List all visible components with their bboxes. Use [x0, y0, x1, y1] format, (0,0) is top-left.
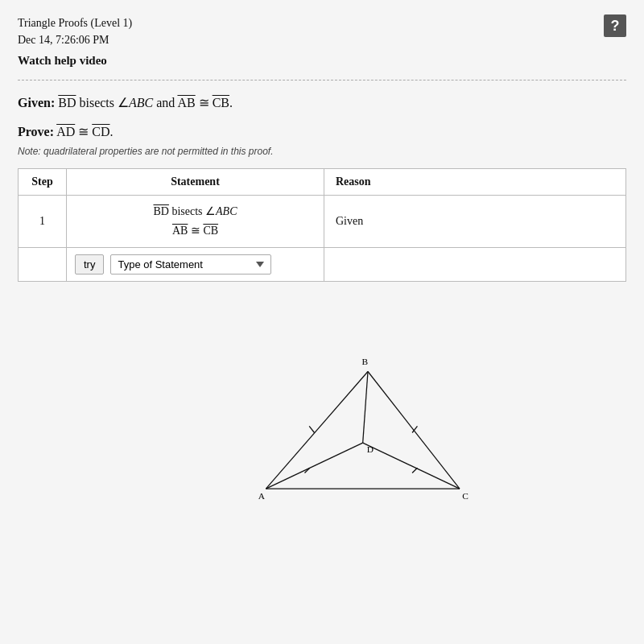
ab-overline: AB [177, 96, 195, 109]
ad-overline: AD [56, 125, 75, 138]
statement-1: BD bisects ∠ABC AB ≅ CB [67, 196, 324, 248]
help-icon-button[interactable]: ? [604, 14, 626, 37]
section-divider [18, 80, 626, 80]
tick-dc-1 [412, 468, 417, 473]
reason-1: Given [324, 196, 626, 248]
line-dc [363, 443, 460, 489]
col-header-step: Step [19, 169, 67, 196]
prove-label: Prove: AD ≅ CD. [18, 125, 113, 138]
try-area: try Type of Statement [75, 254, 316, 275]
note-section: Note: quadrilateral properties are not p… [18, 146, 626, 157]
datetime: Dec 14, 7:26:06 PM [18, 31, 132, 48]
try-button[interactable]: try [75, 254, 104, 275]
bd-overline: BD [58, 96, 76, 109]
watch-help-link[interactable]: Watch help video [18, 52, 132, 70]
step-1: 1 [19, 196, 67, 248]
proof-table: Step Statement Reason 1 BD bisects ∠ABC … [18, 168, 626, 282]
cb-stmt-overline: CB [203, 225, 218, 237]
try-reason-cell [324, 247, 626, 281]
prove-section: Prove: AD ≅ CD. [18, 124, 626, 139]
col-header-statement: Statement [67, 169, 324, 196]
cd-overline: CD [92, 125, 109, 138]
page-title: Triangle Proofs (Level 1) [18, 14, 132, 31]
try-statement-cell: try Type of Statement [67, 247, 324, 281]
triangle-diagram: B A C D [169, 296, 475, 554]
try-step-cell [19, 247, 67, 281]
cb-overline: CB [213, 96, 229, 109]
given-label: Given: BD bisects ∠ABC and AB ≅ CB. [18, 96, 233, 109]
diagram-area: B A C D [18, 296, 626, 554]
try-row: try Type of Statement [19, 247, 626, 281]
line-da [266, 443, 362, 489]
type-of-statement-dropdown[interactable]: Type of Statement [110, 254, 271, 275]
bd-stmt-overline: BD [153, 205, 168, 217]
label-b: B [361, 357, 368, 366]
line-bd [363, 371, 368, 443]
label-a: A [258, 491, 266, 501]
table-row: 1 BD bisects ∠ABC AB ≅ CB Given [19, 196, 626, 248]
ab-stmt-overline: AB [172, 225, 188, 237]
label-c: C [462, 491, 469, 501]
header-info: Triangle Proofs (Level 1) Dec 14, 7:26:0… [18, 14, 132, 70]
label-d: D [367, 444, 374, 453]
line-ab [266, 371, 368, 489]
tick-ab-1 [309, 426, 314, 432]
given-section: Given: BD bisects ∠ABC and AB ≅ CB. [18, 92, 626, 115]
col-header-reason: Reason [324, 169, 626, 196]
